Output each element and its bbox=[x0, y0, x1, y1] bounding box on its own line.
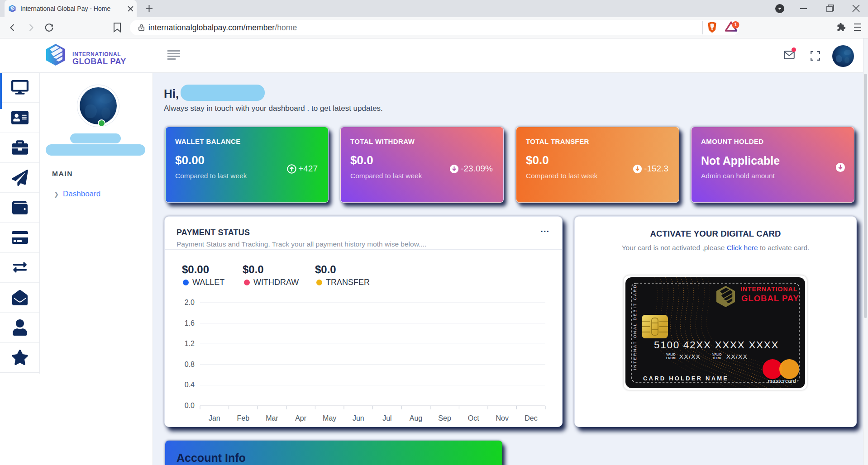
svg-text:1.6: 1.6 bbox=[185, 319, 195, 327]
svg-text:Apr: Apr bbox=[295, 414, 307, 422]
svg-text:INTERNATIONAL DEBIT CARD: INTERNATIONAL DEBIT CARD bbox=[633, 284, 637, 370]
svg-text:0.8: 0.8 bbox=[185, 361, 195, 368]
svg-text:1: 1 bbox=[734, 22, 737, 27]
svg-text:Nov: Nov bbox=[496, 414, 509, 422]
svg-text:Mar: Mar bbox=[266, 414, 278, 422]
svg-text:1.2: 1.2 bbox=[185, 340, 195, 347]
svg-text:Jan: Jan bbox=[209, 414, 220, 422]
svg-text:Jun: Jun bbox=[353, 414, 364, 422]
svg-text:Sep: Sep bbox=[438, 414, 451, 422]
svg-text:Jul: Jul bbox=[382, 414, 391, 422]
svg-text:0.4: 0.4 bbox=[185, 381, 195, 389]
svg-text:Dec: Dec bbox=[525, 414, 537, 422]
svg-text:May: May bbox=[323, 414, 336, 422]
svg-text:0.0: 0.0 bbox=[185, 402, 195, 409]
svg-text:Aug: Aug bbox=[410, 414, 422, 422]
svg-text:Oct: Oct bbox=[468, 414, 479, 422]
svg-text:Feb: Feb bbox=[237, 414, 250, 422]
svg-text:2.0: 2.0 bbox=[185, 299, 195, 306]
